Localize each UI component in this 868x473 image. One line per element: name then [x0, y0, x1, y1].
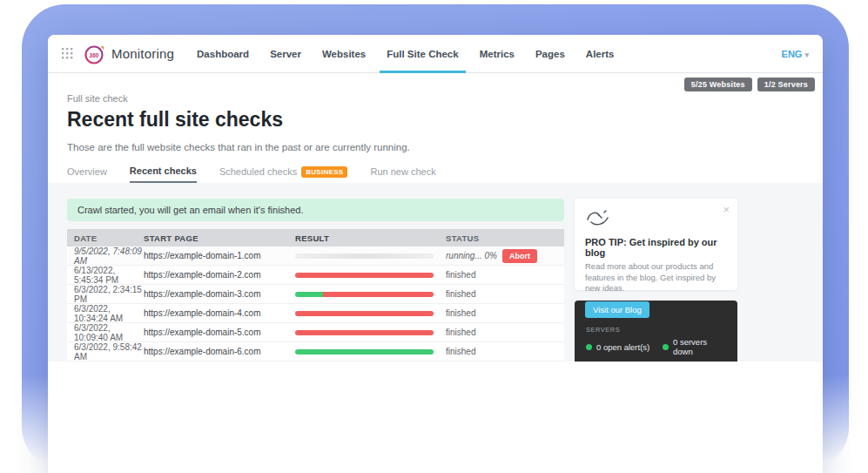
tab-run-new-check[interactable]: Run new check: [370, 166, 435, 182]
browser-window: 360 Monitoring Dashboard Server Websites…: [48, 35, 823, 473]
page-title: Recent full site checks: [67, 108, 804, 132]
servers-quota-badge[interactable]: 1/2 Servers: [757, 78, 815, 91]
brand-name: Monitoring: [111, 46, 174, 61]
tab-scheduled-checks-label: Scheduled checks: [219, 166, 297, 177]
col-header-date: DATE: [67, 233, 144, 243]
table-header-row: DATE START PAGE RESULT STATUS: [67, 229, 564, 247]
check-status: finished: [446, 270, 564, 280]
status-text: finished: [446, 347, 475, 356]
status-text: finished: [446, 289, 475, 299]
crawl-started-banner: Crawl started, you will get an email whe…: [67, 199, 564, 221]
check-status: finished: [446, 289, 564, 299]
table-row[interactable]: 6/3/2022, 9:58:42 AM https://example-dom…: [67, 342, 564, 362]
app-header: 360 Monitoring Dashboard Server Websites…: [48, 35, 823, 73]
progress-bar: [295, 253, 434, 259]
check-result: [295, 253, 446, 259]
check-date: 6/3/2022, 10:34:24 AM: [67, 304, 144, 323]
main-content: Crawl started, you will get an email whe…: [48, 183, 823, 362]
sidebar: × PRO TIP: Get inspired by our blog Read…: [575, 199, 737, 362]
check-start-page: https://example-domain-4.com: [144, 308, 295, 318]
recent-checks-table: DATE START PAGE RESULT STATUS 9/5/2022, …: [67, 229, 564, 362]
page-subtitle: Those are the full website checks that r…: [67, 142, 804, 152]
chevron-down-icon: ▾: [804, 51, 809, 59]
status-item-text: 0 servers down: [673, 337, 726, 356]
status-item-text: 0 open alert(s): [596, 342, 649, 352]
status-text: running... 0%: [446, 251, 497, 260]
green-status-dot-icon: [586, 344, 592, 350]
checks-column: Crawl started, you will get an email whe…: [67, 199, 564, 362]
main-nav: Dashboard Server Websites Full Site Chec…: [197, 35, 614, 73]
status-items-servers: 0 open alert(s) 0 servers down: [586, 337, 726, 356]
check-start-page: https://example-domain-6.com: [144, 347, 295, 356]
nav-alerts[interactable]: Alerts: [586, 35, 615, 73]
protip-body: Read more about our products and feature…: [585, 261, 727, 294]
nav-full-site-check[interactable]: Full Site Check: [387, 35, 458, 73]
check-status: finished: [446, 308, 564, 318]
nav-pages[interactable]: Pages: [535, 35, 565, 73]
check-start-page: https://example-domain-5.com: [144, 328, 295, 337]
status-item: 0 servers down: [663, 337, 726, 356]
result-bar: [295, 349, 434, 355]
check-start-page: https://example-domain-3.com: [144, 289, 295, 299]
nav-metrics[interactable]: Metrics: [480, 35, 515, 73]
nav-websites[interactable]: Websites: [322, 35, 366, 73]
check-result: [295, 330, 446, 335]
check-date: 9/5/2022, 7:48:09 AM: [67, 247, 144, 266]
websites-quota-badge[interactable]: 5/25 Websites: [684, 78, 752, 91]
brand-logo[interactable]: 360 Monitoring: [84, 43, 174, 65]
abort-button[interactable]: Abort: [502, 249, 537, 263]
table-row[interactable]: 6/3/2022, 2:34:15 PM https://example-dom…: [67, 285, 564, 304]
check-result: [295, 292, 446, 297]
col-header-status: STATUS: [446, 233, 564, 243]
result-bar: [295, 311, 434, 316]
tab-scheduled-checks[interactable]: Scheduled checks BUSINESS: [219, 166, 348, 183]
tab-overview[interactable]: Overview: [67, 166, 107, 182]
status-text: finished: [446, 328, 475, 337]
check-status: running... 0% Abort: [446, 249, 564, 263]
col-header-start-page: START PAGE: [144, 233, 295, 243]
quota-badges: 5/25 Websites 1/2 Servers: [684, 78, 815, 91]
table-row[interactable]: 6/3/2022, 10:09:40 AM https://example-do…: [67, 323, 564, 342]
check-status: finished: [446, 347, 564, 356]
check-date: 6/3/2022, 2:34:15 PM: [67, 285, 144, 304]
table-row[interactable]: 6/13/2022, 5:45:34 PM https://example-do…: [67, 266, 564, 285]
col-header-result: RESULT: [295, 233, 446, 243]
check-date: 6/13/2022, 5:45:34 PM: [67, 266, 144, 285]
tab-recent-checks[interactable]: Recent checks: [130, 166, 197, 183]
status-section-label: SERVERS: [586, 326, 726, 334]
visit-blog-button[interactable]: Visit our Blog: [585, 301, 649, 318]
banner-message: Crawl started, you will get an email whe…: [77, 205, 304, 215]
language-dropdown[interactable]: ENG ▾: [782, 49, 809, 59]
table-row[interactable]: 6/3/2022, 10:34:24 AM https://example-do…: [67, 304, 564, 323]
check-result: [295, 349, 446, 355]
page-tabs: Overview Recent checks Scheduled checks …: [67, 166, 804, 183]
handshake-doodle-icon: [585, 208, 611, 227]
result-bar: [295, 330, 434, 335]
nav-dashboard[interactable]: Dashboard: [197, 35, 249, 73]
svg-text:360: 360: [90, 52, 99, 58]
check-start-page: https://example-domain-2.com: [144, 270, 295, 280]
marketing-stage: 360 Monitoring Dashboard Server Websites…: [0, 0, 868, 473]
status-text: finished: [446, 308, 475, 318]
result-bar: [295, 292, 434, 297]
check-date: 6/3/2022, 10:09:40 AM: [67, 323, 144, 342]
logo-360-icon: 360: [84, 43, 106, 65]
status-text: finished: [446, 270, 475, 280]
check-result: [295, 311, 446, 316]
protip-title: PRO TIP: Get inspired by our blog: [585, 237, 727, 258]
result-bar: [295, 273, 434, 278]
nav-server[interactable]: Server: [270, 35, 301, 73]
check-date: 6/3/2022, 9:58:42 AM: [67, 342, 144, 362]
app-grid-icon[interactable]: [62, 48, 73, 59]
green-status-dot-icon: [663, 344, 669, 350]
business-badge: BUSINESS: [301, 166, 347, 178]
protip-card: × PRO TIP: Get inspired by our blog Read…: [575, 199, 737, 290]
breadcrumb: Full site check: [67, 93, 804, 104]
check-result: [295, 273, 446, 278]
close-icon[interactable]: ×: [723, 204, 730, 215]
check-start-page: https://example-domain-1.com: [144, 251, 295, 260]
status-item: 0 open alert(s): [586, 337, 663, 356]
check-status: finished: [446, 328, 564, 337]
table-row[interactable]: 9/5/2022, 7:48:09 AM https://example-dom…: [67, 247, 564, 266]
